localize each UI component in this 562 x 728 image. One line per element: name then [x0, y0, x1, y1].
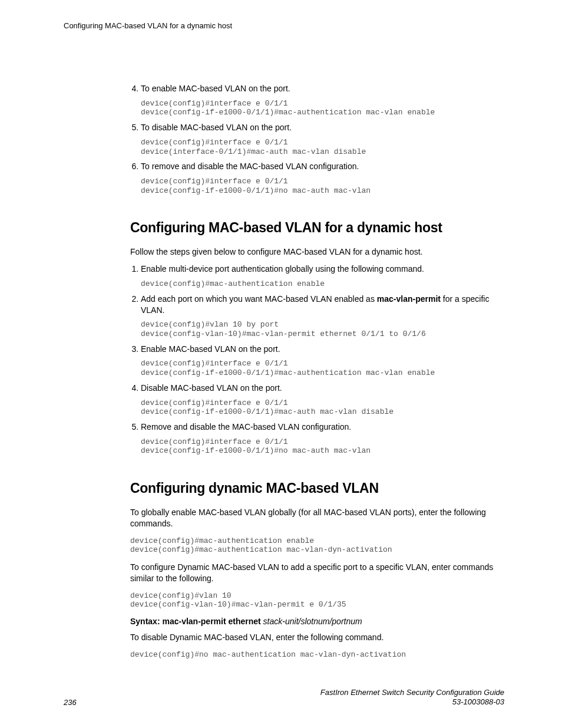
section3-heading: Configuring dynamic MAC-based VLAN — [130, 480, 504, 496]
step-text: Enable MAC-based VLAN on the port. — [141, 344, 280, 354]
step-text: To disable MAC-based VLAN on the port. — [141, 123, 292, 132]
page-number: 236 — [64, 698, 77, 707]
code-block: device(config)#vlan 10 device(config-vla… — [130, 591, 504, 610]
section2-heading: Configuring MAC-based VLAN for a dynamic… — [130, 220, 504, 236]
footer-right: FastIron Ethernet Switch Security Config… — [320, 688, 504, 707]
footer: 236 FastIron Ethernet Switch Security Co… — [64, 688, 504, 707]
code-block: device(config)#mac-authentication enable — [141, 279, 504, 289]
syntax-line: Syntax: mac-vlan-permit ethernet stack-u… — [130, 617, 504, 626]
section3-para3: To disable Dynamic MAC-based VLAN, enter… — [130, 632, 504, 643]
step-text: Enable multi-device port authentication … — [141, 264, 424, 274]
step-3: Enable MAC-based VLAN on the port. devic… — [141, 344, 504, 378]
footer-title: FastIron Ethernet Switch Security Config… — [320, 688, 504, 697]
page: Configuring MAC-based VLAN for a dynamic… — [0, 0, 562, 728]
code-block: device(config)#mac-authentication enable… — [130, 536, 504, 555]
section3-para1: To globally enable MAC-based VLAN global… — [130, 507, 504, 529]
syntax-italic: stack-unit/slotnum/portnum — [261, 617, 362, 626]
step-2: Add each port on which you want MAC-base… — [141, 294, 504, 339]
step-4: To enable MAC-based VLAN on the port. de… — [141, 83, 504, 117]
code-block: device(config)#interface e 0/1/1 device(… — [141, 138, 504, 156]
step-5b: Remove and disable the MAC-based VLAN co… — [141, 421, 504, 456]
step-text: To remove and disable the MAC-based VLAN… — [141, 162, 359, 171]
step-text-pre: Add each port on which you want MAC-base… — [141, 294, 377, 304]
code-block: device(config)#interface e 0/1/1 device(… — [141, 437, 504, 456]
code-block: device(config)#interface e 0/1/1 device(… — [141, 398, 504, 417]
section1-steps: To enable MAC-based VLAN on the port. de… — [130, 83, 504, 195]
step-text: Remove and disable the MAC-based VLAN co… — [141, 422, 351, 431]
section2-intro: Follow the steps given below to configur… — [130, 246, 504, 258]
section2-steps: Enable multi-device port authentication … — [130, 263, 504, 456]
step-1: Enable multi-device port authentication … — [141, 263, 504, 288]
step-4b: Disable MAC-based VLAN on the port. devi… — [141, 383, 504, 417]
code-block: device(config)#interface e 0/1/1 device(… — [141, 99, 504, 117]
step-5: To disable MAC-based VLAN on the port. d… — [141, 122, 504, 156]
code-block: device(config)#vlan 10 by port device(co… — [141, 320, 504, 338]
step-text: To enable MAC-based VLAN on the port. — [141, 84, 290, 93]
running-head: Configuring MAC-based VLAN for a dynamic… — [64, 21, 504, 30]
footer-docnum: 53-1003088-03 — [320, 697, 504, 707]
step-text: Disable MAC-based VLAN on the port. — [141, 383, 282, 393]
syntax-bold: Syntax: mac-vlan-permit ethernet — [130, 617, 261, 626]
code-block: device(config)#no mac-authentication mac… — [130, 650, 504, 660]
code-block: device(config)#interface e 0/1/1 device(… — [141, 359, 504, 377]
step-bold: mac-vlan-permit — [377, 294, 441, 304]
code-block: device(config)#interface e 0/1/1 device(… — [141, 177, 504, 195]
step-6: To remove and disable the MAC-based VLAN… — [141, 161, 504, 195]
section3-para2: To configure Dynamic MAC-based VLAN to a… — [130, 562, 504, 584]
content-area: To enable MAC-based VLAN on the port. de… — [130, 83, 504, 659]
